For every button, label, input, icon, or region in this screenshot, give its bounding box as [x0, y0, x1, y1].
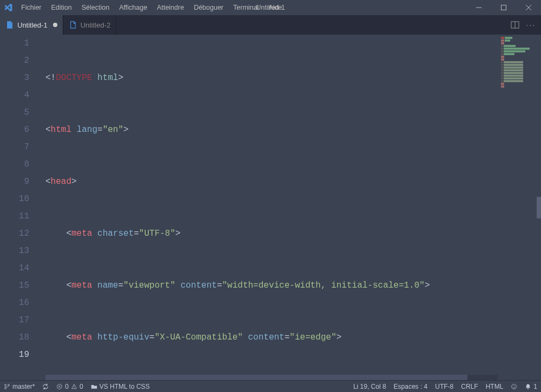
- encoding[interactable]: UTF-8: [431, 381, 457, 393]
- error-icon: [56, 383, 63, 390]
- vertical-scrollbar[interactable]: [537, 35, 541, 380]
- feedback-button[interactable]: [507, 381, 521, 393]
- menu-selection[interactable]: Sélection: [77, 0, 114, 15]
- titlebar: Fichier Edition Sélection Affichage Atte…: [0, 0, 541, 15]
- sync-icon: [42, 383, 49, 390]
- split-editor-icon[interactable]: [511, 21, 519, 29]
- minimap[interactable]: [501, 37, 537, 88]
- minimize-button[interactable]: [466, 0, 491, 15]
- svg-point-15: [513, 385, 513, 386]
- svg-point-8: [8, 384, 10, 386]
- git-branch[interactable]: master*: [0, 381, 38, 393]
- svg-point-7: [5, 387, 6, 389]
- svg-point-6: [5, 384, 6, 386]
- smiley-icon: [511, 383, 517, 390]
- notifications[interactable]: 1: [521, 381, 541, 393]
- error-count: 0: [65, 383, 69, 390]
- tab-untitled-1[interactable]: Untitled-1: [0, 15, 63, 35]
- line-number-gutter: 1234 5678 9101112 13141516 171819: [0, 35, 39, 380]
- tab-bar-actions: ···: [511, 15, 541, 35]
- svg-rect-1: [502, 5, 506, 10]
- folder-icon: [91, 383, 97, 390]
- scrollbar-thumb[interactable]: [45, 375, 467, 380]
- scrollbar-thumb[interactable]: [537, 197, 541, 218]
- close-button[interactable]: [516, 0, 541, 15]
- editor[interactable]: 1234 5678 9101112 13141516 171819 <!DOCT…: [0, 35, 541, 380]
- maximize-button[interactable]: [491, 0, 516, 15]
- cursor-position[interactable]: Li 19, Col 8: [349, 381, 390, 393]
- sync-button[interactable]: [38, 381, 52, 393]
- status-bar: master* 0 0 VS HTML to CSS Li 19, Col 8 …: [0, 380, 541, 392]
- notification-count: 1: [533, 383, 537, 390]
- project[interactable]: VS HTML to CSS: [87, 381, 154, 393]
- svg-point-14: [512, 384, 517, 389]
- menu-bar: Fichier Edition Sélection Affichage Atte…: [16, 0, 287, 15]
- tab-untitled-2[interactable]: Untitled-2: [63, 15, 117, 35]
- tab-label: Untitled-2: [81, 21, 111, 29]
- menu-aide[interactable]: Aide: [263, 0, 287, 15]
- eol[interactable]: CRLF: [457, 381, 481, 393]
- file-icon: [5, 21, 14, 29]
- project-name: VS HTML to CSS: [100, 383, 150, 390]
- branch-icon: [4, 383, 10, 390]
- menu-atteindre[interactable]: Atteindre: [152, 0, 189, 15]
- svg-point-13: [74, 387, 75, 388]
- tab-bar: Untitled-1 Untitled-2 ···: [0, 15, 541, 35]
- menu-edition[interactable]: Edition: [47, 0, 77, 15]
- svg-point-17: [527, 388, 529, 389]
- problems[interactable]: 0 0: [52, 381, 87, 393]
- file-icon: [69, 21, 77, 29]
- branch-name: master*: [12, 383, 35, 390]
- horizontal-scrollbar[interactable]: [45, 375, 498, 380]
- dirty-indicator-icon: [53, 23, 57, 27]
- code-content[interactable]: <!DOCTYPE html> <html lang="en"> <head> …: [45, 35, 498, 380]
- indentation[interactable]: Espaces : 4: [390, 381, 432, 393]
- svg-point-16: [514, 385, 515, 386]
- warning-count: 0: [80, 383, 83, 390]
- window-controls: [466, 0, 541, 15]
- warning-icon: [71, 383, 77, 390]
- menu-terminal[interactable]: Terminal: [228, 0, 263, 15]
- menu-fichier[interactable]: Fichier: [16, 0, 47, 15]
- menu-deboguer[interactable]: Déboguer: [189, 0, 228, 15]
- tab-label: Untitled-1: [17, 21, 48, 29]
- bell-icon: [525, 383, 531, 390]
- more-actions-icon[interactable]: ···: [526, 21, 536, 29]
- vscode-logo-icon: [0, 0, 16, 15]
- menu-affichage[interactable]: Affichage: [114, 0, 152, 15]
- language-mode[interactable]: HTML: [482, 381, 507, 393]
